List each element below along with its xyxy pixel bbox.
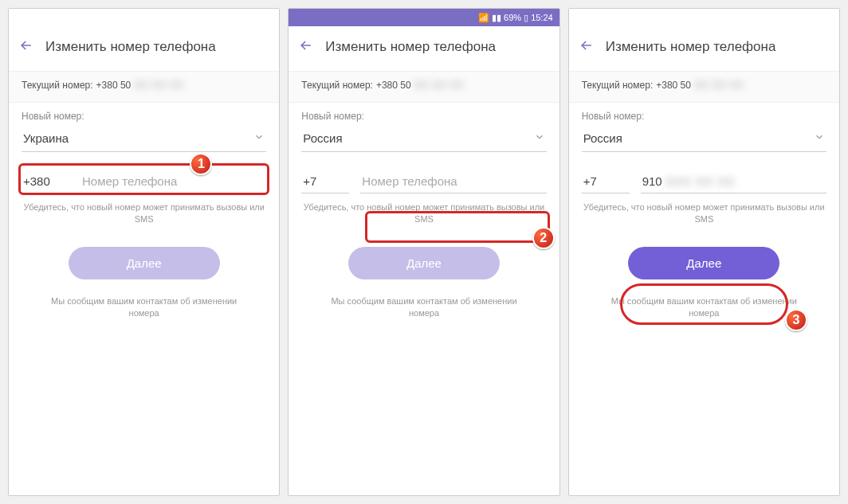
signal-icon: ▮▮ [492, 13, 501, 23]
next-button[interactable]: Далее [348, 247, 500, 279]
phone-number-field[interactable]: Номер телефона [80, 170, 266, 193]
panel-3: Изменить номер телефона Текущий номер: +… [568, 8, 840, 496]
country-code-field[interactable]: +380 [22, 170, 69, 193]
current-number-value: +380 50 [656, 80, 691, 91]
phone-number-field[interactable]: Номер телефона [360, 170, 546, 193]
new-number-label: Новый номер: [22, 111, 266, 122]
back-icon[interactable] [298, 37, 314, 57]
page-title: Изменить номер телефона [606, 39, 776, 55]
phone-hint: Убедитесь, что новый номер может принима… [301, 201, 546, 226]
current-number-label: Текущий номер: [22, 80, 93, 91]
page-title: Изменить номер телефона [45, 39, 216, 55]
page-title: Изменить номер телефона [325, 39, 496, 55]
country-value: Россия [303, 131, 342, 145]
new-number-section: Новый номер: Россия +7 910 XXX XX XX Убе… [569, 103, 839, 331]
current-number-masked: XX XX XX [694, 80, 744, 91]
header: Изменить номер телефона [569, 26, 839, 72]
phone-hint: Убедитесь, что новый номер может принима… [582, 201, 826, 226]
current-number-label: Текущий номер: [582, 80, 654, 91]
contacts-note: Мы сообщим вашим контактам об изменении … [22, 295, 266, 320]
back-icon[interactable] [579, 37, 595, 57]
wifi-icon: 📶 [478, 13, 489, 23]
status-bar: 📶 ▮▮ 69% ▯ 15:24 [289, 9, 559, 26]
annotation-badge-3: 3 [785, 309, 807, 331]
country-code-field[interactable]: +7 [582, 170, 630, 193]
status-bar [9, 9, 279, 26]
back-icon[interactable] [18, 37, 34, 57]
phone-number-field[interactable]: 910 XXX XX XX [641, 170, 826, 193]
clock-text: 15:24 [531, 13, 553, 22]
phone-number-prefix: 910 [642, 174, 662, 188]
phone-hint: Убедитесь, что новый номер может принима… [22, 201, 266, 226]
new-number-label: Новый номер: [582, 111, 826, 122]
current-number-section: Текущий номер: +380 50 XX XX XX [9, 72, 279, 103]
current-number-section: Текущий номер: +380 50 XX XX XX [289, 72, 559, 103]
panel-2: 📶 ▮▮ 69% ▯ 15:24 Изменить номер телефона… [288, 8, 559, 496]
current-number-value: +380 50 [376, 80, 411, 91]
country-select[interactable]: Украина [22, 127, 266, 152]
country-value: Украина [23, 131, 69, 145]
chevron-down-icon [814, 131, 825, 145]
annotation-badge-2: 2 [532, 227, 555, 249]
battery-icon: ▯ [524, 13, 528, 23]
current-number-masked: XX XX XX [414, 80, 465, 91]
country-code-field[interactable]: +7 [301, 170, 349, 193]
panel-1: Изменить номер телефона Текущий номер: +… [8, 8, 280, 496]
country-select[interactable]: Россия [301, 127, 546, 152]
phone-number-masked: XXX XX XX [665, 174, 735, 188]
country-select[interactable]: Россия [582, 127, 826, 152]
country-value: Россия [583, 131, 622, 145]
current-number-label: Текущий номер: [301, 80, 373, 91]
new-number-section: Новый номер: Россия +7 Номер телефона Уб… [289, 103, 559, 331]
current-number-section: Текущий номер: +380 50 XX XX XX [569, 72, 839, 103]
battery-text: 69% [504, 13, 521, 22]
next-button[interactable]: Далее [69, 247, 220, 279]
new-number-label: Новый номер: [301, 111, 546, 122]
chevron-down-icon [534, 131, 545, 145]
chevron-down-icon [253, 131, 265, 145]
new-number-section: Новый номер: Украина +380 Номер телефона… [9, 103, 279, 331]
current-number-masked: XX XX XX [134, 80, 184, 91]
status-bar [569, 9, 839, 26]
current-number-value: +380 50 [96, 80, 132, 91]
header: Изменить номер телефона [289, 26, 559, 72]
header: Изменить номер телефона [9, 26, 279, 72]
next-button[interactable]: Далее [628, 247, 779, 279]
contacts-note: Мы сообщим вашим контактам об изменении … [301, 295, 546, 320]
